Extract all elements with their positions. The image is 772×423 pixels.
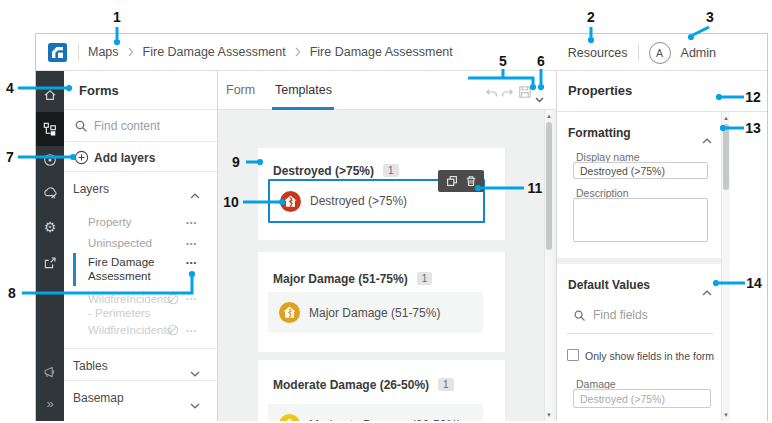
selected-layer-indicator (73, 253, 76, 286)
sharing-icon[interactable] (36, 247, 64, 279)
layer-menu-button[interactable]: ••• (186, 218, 197, 227)
chevron-up-icon (190, 185, 200, 203)
user-menu[interactable]: Admin (681, 46, 716, 60)
chevron-up-icon (702, 130, 712, 148)
layer-item-uninspected[interactable]: Uninspected ••• (64, 233, 217, 253)
find-content-row (64, 110, 217, 142)
major-damage-house-icon (279, 302, 300, 323)
tab-templates[interactable]: Templates (275, 71, 332, 109)
forms-panel: Forms Add layers Layers (64, 71, 218, 421)
scroll-down-arrow[interactable]: ▼ (722, 410, 730, 420)
scroll-up-arrow[interactable]: ▲ (722, 113, 730, 123)
breadcrumb: MapsFire Damage AssessmentFire Damage As… (88, 34, 453, 71)
app-window: MapsFire Damage AssessmentFire Damage As… (35, 33, 768, 421)
only-show-fields-checkbox[interactable] (567, 349, 579, 361)
display-name-input[interactable] (573, 162, 708, 179)
callout-label-1: 1 (113, 9, 121, 25)
resources-link[interactable]: Resources (568, 46, 628, 60)
breadcrumb-item-map[interactable]: Fire Damage Assessment (143, 45, 286, 59)
breadcrumb-item-current: Fire Damage Assessment (310, 45, 453, 59)
scroll-down-arrow[interactable]: ▼ (545, 410, 553, 420)
callout-label-3: 3 (706, 9, 714, 25)
group-header: Major Damage (51-75%)1 (273, 269, 432, 287)
description-textarea[interactable] (573, 198, 708, 242)
templates-list: Destroyed (>75%)1 Destroyed (>75%) (218, 110, 556, 421)
template-group-major: Major Damage (51-75%)1 Major Damage (51-… (258, 252, 505, 352)
forms-icon[interactable] (36, 112, 64, 146)
layer-label: WildfireIncidents (88, 324, 172, 336)
layer-item-wildfireincidents-perimeters[interactable]: WildfireIncidents - Perimeters ••• (64, 290, 217, 324)
duplicate-icon[interactable] (446, 175, 458, 187)
delete-icon[interactable] (465, 175, 477, 187)
chevron-down-icon[interactable] (535, 89, 544, 107)
esri-logo-icon[interactable] (48, 43, 67, 66)
layer-item-wildfireincidents[interactable]: WildfireIncidents ••• (64, 320, 217, 340)
editor-panel: Form Templates (218, 71, 557, 421)
find-content-input[interactable] (94, 117, 209, 135)
section-divider (64, 380, 218, 381)
layers-section-label: Layers (73, 182, 109, 196)
collapse-icon[interactable]: » (36, 387, 64, 419)
properties-scrollbar-thumb[interactable] (723, 124, 729, 190)
group-title: Destroyed (>75%) (273, 164, 374, 178)
group-title: Major Damage (51-75%) (273, 272, 408, 286)
layer-item-fire-damage-assessment[interactable]: Fire Damage Assessment ••• (64, 252, 217, 288)
editor-tabbar: Form Templates (218, 71, 556, 110)
template-group-destroyed: Destroyed (>75%)1 Destroyed (>75%) (258, 148, 505, 240)
search-underline (567, 333, 713, 334)
home-icon[interactable] (36, 79, 64, 111)
callout-label-8: 8 (8, 285, 16, 301)
save-icon[interactable] (518, 85, 532, 103)
layer-menu-button[interactable]: ••• (186, 258, 197, 267)
properties-panel: Properties Formatting Display name Descr… (557, 71, 767, 421)
header-divider (78, 44, 79, 61)
nav-rail: ⚙ » (36, 71, 64, 421)
chevron-down-icon (190, 363, 200, 381)
basemap-section-label: Basemap (73, 391, 124, 405)
damage-field-input[interactable] (573, 389, 711, 408)
search-icon (74, 119, 88, 137)
card-action-toolbar (438, 170, 484, 192)
add-layers-button[interactable]: Add layers (64, 142, 217, 172)
tables-section-label: Tables (73, 359, 108, 373)
layer-menu-button[interactable]: ••• (186, 239, 197, 248)
undo-icon[interactable] (485, 86, 498, 104)
properties-scrollbar[interactable]: ▲ ▼ (721, 112, 730, 421)
geofences-icon[interactable] (36, 144, 64, 176)
header-divider (638, 44, 639, 61)
scroll-up-arrow[interactable]: ▲ (545, 111, 553, 121)
layer-menu-button[interactable]: ••• (186, 326, 197, 335)
callout-label-4: 4 (6, 80, 14, 96)
destroyed-house-icon (280, 191, 301, 212)
forms-panel-title: Forms (79, 83, 119, 98)
chevron-right-icon (295, 46, 301, 60)
moderate-damage-house-icon (279, 414, 300, 421)
count-badge: 1 (438, 378, 454, 391)
feedback-icon[interactable] (36, 356, 64, 388)
default-values-section-header[interactable]: Default Values (557, 274, 717, 296)
offline-icon[interactable] (36, 177, 64, 209)
settings-icon[interactable]: ⚙ (36, 211, 64, 243)
template-label: Moderate Damage (26-50%) (309, 418, 461, 422)
template-card-major[interactable]: Major Damage (51-75%) (268, 292, 483, 333)
template-group-moderate: Moderate Damage (26-50%)1 Moderate Damag… (258, 360, 505, 421)
editor-scrollbar[interactable]: ▲ ▼ (544, 110, 553, 421)
find-fields-input[interactable] (593, 306, 693, 324)
section-separator (557, 258, 730, 264)
tab-form[interactable]: Form (226, 71, 255, 109)
tables-section-header[interactable]: Tables (64, 355, 217, 377)
plus-circle-icon (74, 150, 89, 169)
avatar[interactable]: A (649, 42, 671, 64)
editor-scrollbar-thumb[interactable] (546, 122, 552, 250)
layers-section-header[interactable]: Layers (64, 174, 217, 202)
group-header: Destroyed (>75%)1 (273, 161, 399, 179)
layer-item-property[interactable]: Property ••• (64, 212, 217, 232)
redo-icon[interactable] (501, 86, 514, 104)
layer-label: WildfireIncidents - Perimeters (88, 292, 164, 320)
basemap-section-header[interactable]: Basemap (64, 387, 217, 409)
default-values-title: Default Values (568, 278, 650, 292)
formatting-section-header[interactable]: Formatting (557, 122, 717, 144)
breadcrumb-item-maps[interactable]: Maps (88, 45, 119, 59)
layer-menu-button[interactable]: ••• (186, 294, 197, 303)
template-card-moderate[interactable]: Moderate Damage (26-50%) (268, 404, 483, 421)
